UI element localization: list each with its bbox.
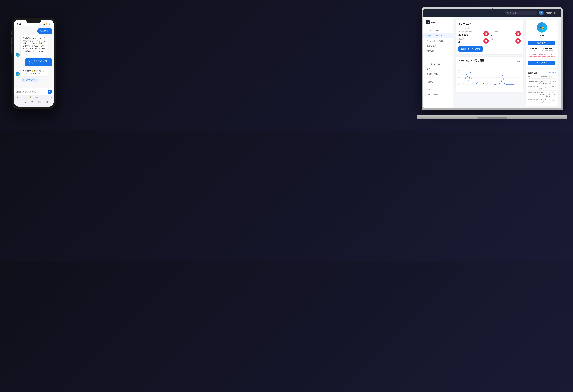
nav-share-icon[interactable]: ⬆ xyxy=(31,100,33,104)
phone-nav: ‹ › ⬆ 📖 ⧉ xyxy=(14,99,54,106)
url-display: 🔒 mebo.work xyxy=(29,96,40,98)
phone-volume-up-button xyxy=(11,37,12,45)
nav-tabs-icon[interactable]: ⧉ xyxy=(46,100,48,104)
phone-time: 9:48 xyxy=(17,23,21,25)
phone-browser-bar: ああ 🔒 mebo.work ↻ xyxy=(14,95,54,99)
chat-message-1: 今日はちょっと疲れたから早く寝ようと思ってたらこんな時間になっちゃった😅今日は仕… xyxy=(20,35,48,57)
phone-body: 9:48 ▪▪▪ 📶 🔋 こんばんは！ 🎭 今日はちょっと疲れたから早く寝ようと… xyxy=(12,18,56,109)
chat-message-2: わかる、運動するとリフレッシュするよね xyxy=(25,58,52,66)
url-text: mebo.work xyxy=(32,96,40,98)
phone-status-icons: ▪▪▪ 📶 🔋 xyxy=(43,23,50,25)
home-bar xyxy=(26,106,41,106)
chat-message-3: そうだね〜😊最近また新しいことを始めたんだよ。 xyxy=(20,68,48,76)
chat-row-bot-3: 🎭 そうだね〜😊最近また新しいことを始めたんだよ。 xyxy=(16,68,52,76)
battery-icon: 🔋 xyxy=(48,23,50,25)
phone-home-indicator xyxy=(14,106,54,107)
keyboard-indicator: ああ xyxy=(16,96,18,98)
phone: 9:48 ▪▪▪ 📶 🔋 こんばんは！ 🎭 今日はちょっと疲れたから早く寝ようと… xyxy=(12,18,56,109)
nav-back-icon[interactable]: ‹ xyxy=(19,100,20,104)
phone-power-button xyxy=(56,35,56,43)
chat-message-0: こんばんは！ xyxy=(37,28,52,34)
bot-avatar-1: 🎭 xyxy=(16,53,20,57)
phone-notch xyxy=(26,20,41,23)
phone-input-bar: ➤ xyxy=(14,88,54,95)
wifi-icon: 📶 xyxy=(45,23,47,25)
refresh-icon[interactable]: ↻ xyxy=(50,96,52,98)
nav-bookmarks-icon[interactable]: 📖 xyxy=(38,100,41,104)
phone-screen: 9:48 ▪▪▪ 📶 🔋 こんばんは！ 🎭 今日はちょっと疲れたから早く寝ようと… xyxy=(14,20,54,107)
phone-mute-button xyxy=(11,31,12,35)
lock-icon: 🔒 xyxy=(29,96,31,98)
signal-icon: ▪▪▪ xyxy=(43,23,45,25)
bot-avatar-3: 🎭 xyxy=(16,72,20,76)
phone-send-button[interactable]: ➤ xyxy=(48,89,52,94)
suggested-reply[interactable]: どんな運動をするか xyxy=(20,78,39,82)
chat-row-bot-1: 🎭 今日はちょっと疲れたから早く寝ようと思ってたらこんな時間になっちゃった😅今日… xyxy=(16,35,52,57)
nav-forward-icon[interactable]: › xyxy=(25,100,26,104)
phone-volume-down-button xyxy=(11,46,12,53)
phone-chat-input[interactable] xyxy=(16,91,46,93)
phone-chat-area: こんばんは！ 🎭 今日はちょっと疲れたから早く寝ようと思ってたらこんな時間になっ… xyxy=(14,26,54,88)
